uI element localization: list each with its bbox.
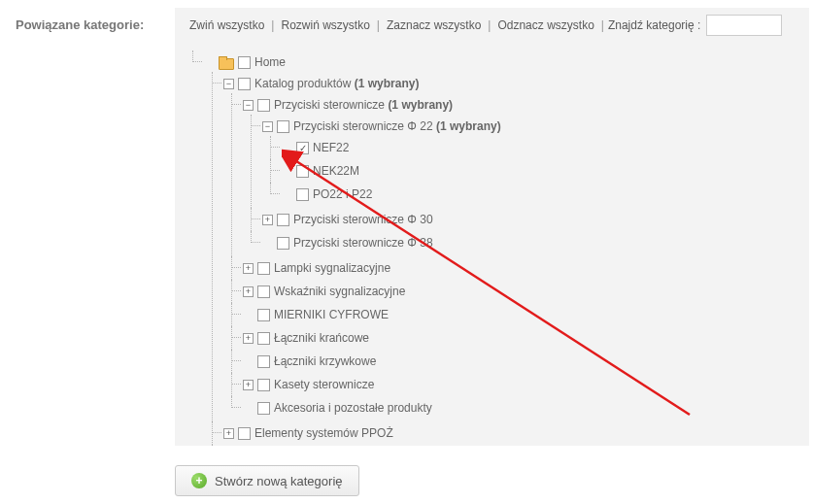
node-lampki[interactable]: Lampki sygnalizacyjne xyxy=(274,261,390,275)
node-ppoz[interactable]: Elementy systemów PPOŻ xyxy=(254,426,393,440)
node-krancowe[interactable]: Łączniki krańcowe xyxy=(274,331,369,345)
node-catalog-label: Katalog produktów xyxy=(254,77,351,90)
checkbox-akcesoria[interactable] xyxy=(257,402,270,415)
separator: | xyxy=(599,18,606,32)
find-category-input[interactable] xyxy=(706,15,782,36)
node-akcesoria[interactable]: Akcesoria i pozostałe produkty xyxy=(274,401,432,415)
separator: | xyxy=(269,18,276,32)
button-bar: + Stwórz nową kategorię xyxy=(175,465,359,496)
expand-icon[interactable]: + xyxy=(262,215,273,225)
node-mierniki[interactable]: MIERNIKI CYFROWE xyxy=(274,308,389,321)
node-przyciski[interactable]: Przyciski sterownicze (1 wybrany) xyxy=(274,98,453,112)
checkbox-krzywkowe[interactable] xyxy=(257,355,270,368)
toggle-spacer xyxy=(243,356,254,367)
node-po22[interactable]: PO22 i P22 xyxy=(313,187,372,201)
node-przyciski-suffix: (1 wybrany) xyxy=(388,98,453,112)
checkbox-catalog[interactable] xyxy=(238,78,251,90)
toggle-spacer xyxy=(282,189,292,200)
node-nef22[interactable]: NEF22 xyxy=(313,141,349,154)
expand-icon[interactable]: + xyxy=(223,428,234,439)
collapse-icon[interactable]: − xyxy=(223,79,234,89)
toggle-spacer xyxy=(282,166,292,177)
node-phi22-label: Przyciski sterownicze Φ 22 xyxy=(293,119,433,133)
expand-icon[interactable]: + xyxy=(243,286,254,297)
checkbox-phi30[interactable] xyxy=(277,214,289,226)
node-phi22-suffix: (1 wybrany) xyxy=(436,119,501,133)
checkbox-phi22[interactable] xyxy=(277,120,289,133)
checkbox-ppoz[interactable] xyxy=(238,427,251,440)
create-category-label: Stwórz nową kategorię xyxy=(215,474,343,488)
node-przyciski-label: Przyciski sterownicze xyxy=(274,98,385,112)
toggle-spacer xyxy=(204,57,215,68)
toggle-spacer xyxy=(243,310,254,320)
section-title: Powiązane kategorie: xyxy=(16,17,144,32)
toggle-spacer xyxy=(282,143,292,153)
create-category-button[interactable]: + Stwórz nową kategorię xyxy=(175,465,359,496)
check-all-link[interactable]: Zaznacz wszystko xyxy=(382,18,486,32)
checkbox-nef22[interactable]: ✓ xyxy=(296,142,309,154)
collapse-icon[interactable]: − xyxy=(262,121,273,132)
checkbox-lampki[interactable] xyxy=(257,262,270,275)
checkbox-mierniki[interactable] xyxy=(257,309,270,321)
checkbox-przyciski[interactable] xyxy=(257,99,270,112)
node-catalog[interactable]: Katalog produktów (1 wybrany) xyxy=(254,77,419,90)
category-tree: Home − Katalog produktów (1 wybrany) xyxy=(175,43,809,446)
expand-icon[interactable]: + xyxy=(243,380,254,390)
find-category-label: Znajdź kategorię : xyxy=(606,18,706,32)
uncheck-all-link[interactable]: Odznacz wszystko xyxy=(492,18,598,32)
expand-icon[interactable]: + xyxy=(243,263,254,274)
folder-icon xyxy=(219,56,234,69)
checkbox-phi38[interactable] xyxy=(277,237,289,250)
node-nek22m[interactable]: NEK22M xyxy=(313,164,359,178)
checkbox-po22[interactable] xyxy=(296,188,309,201)
checkbox-kasety[interactable] xyxy=(257,379,270,391)
expand-icon[interactable]: + xyxy=(243,333,254,344)
checkbox-home[interactable] xyxy=(238,56,251,69)
checkbox-krancowe[interactable] xyxy=(257,332,270,345)
separator: | xyxy=(486,18,492,32)
toggle-spacer xyxy=(262,238,273,249)
checkbox-wskazniki[interactable] xyxy=(257,286,270,298)
tree-toolbar: Zwiń wszystko | Rozwiń wszystko | Zaznac… xyxy=(175,8,809,43)
collapse-all-link[interactable]: Zwiń wszystko xyxy=(185,18,269,32)
node-home[interactable]: Home xyxy=(254,55,286,69)
node-phi38[interactable]: Przyciski sterownicze Φ 38 xyxy=(293,236,433,250)
node-wskazniki[interactable]: Wskaźniki sygnalizacyjne xyxy=(274,285,405,298)
collapse-icon[interactable]: − xyxy=(243,100,254,111)
checkbox-nek22m[interactable] xyxy=(296,165,309,178)
expand-all-link[interactable]: Rozwiń wszystko xyxy=(276,18,374,32)
node-catalog-suffix: (1 wybrany) xyxy=(355,77,420,90)
separator: | xyxy=(375,18,382,32)
plus-circle-icon: + xyxy=(191,473,207,488)
node-kasety[interactable]: Kasety sterownicze xyxy=(274,378,374,391)
node-krzywkowe[interactable]: Łączniki krzywkowe xyxy=(274,354,376,368)
toggle-spacer xyxy=(243,403,254,414)
node-phi22[interactable]: Przyciski sterownicze Φ 22 (1 wybrany) xyxy=(293,119,501,133)
node-phi30[interactable]: Przyciski sterownicze Φ 30 xyxy=(293,213,433,226)
